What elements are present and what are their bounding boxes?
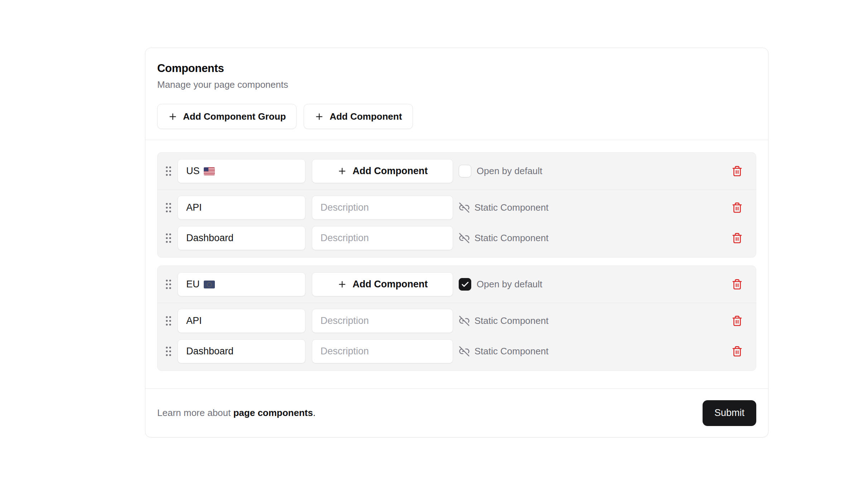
drag-handle-icon[interactable] xyxy=(165,233,172,244)
components-card: Components Manage your page components A… xyxy=(145,48,768,437)
link-off-icon xyxy=(459,202,470,213)
component-name-input[interactable] xyxy=(178,196,305,220)
component-group-rows: Static Component Static Component xyxy=(158,303,756,370)
group-name-value: US xyxy=(186,166,200,177)
component-row: Static Component xyxy=(165,196,749,220)
delete-component-button[interactable] xyxy=(729,231,744,246)
delete-component-button[interactable] xyxy=(729,314,744,329)
group-name-input[interactable]: EU xyxy=(178,272,305,296)
drag-handle-icon[interactable] xyxy=(165,346,172,357)
page-subtitle: Manage your page components xyxy=(157,78,756,91)
drag-handle-icon[interactable] xyxy=(165,166,172,177)
us-flag-icon xyxy=(204,167,215,175)
component-description-input[interactable] xyxy=(312,226,453,250)
static-component-label: Static Component xyxy=(474,202,549,213)
delete-group-button[interactable] xyxy=(729,164,744,179)
component-group: EU Add Component Open by default xyxy=(157,265,756,371)
drag-handle-icon[interactable] xyxy=(165,279,172,290)
trash-icon xyxy=(732,346,743,357)
add-component-group-label: Add Component Group xyxy=(183,111,286,122)
learn-more-text: Learn more about page components. xyxy=(157,407,315,418)
group-add-component-button[interactable]: Add Component xyxy=(312,159,453,183)
component-name-input[interactable] xyxy=(178,339,305,363)
component-group: US Add Component Open by default xyxy=(157,152,756,258)
plus-icon xyxy=(337,279,347,289)
component-description-input[interactable] xyxy=(312,196,453,220)
component-name-input[interactable] xyxy=(178,309,305,333)
component-row: Static Component xyxy=(165,339,749,363)
trash-icon xyxy=(732,166,743,177)
add-component-label: Add Component xyxy=(329,111,402,122)
page: { "card": { "title": "Components", "subt… xyxy=(0,0,868,488)
delete-component-button[interactable] xyxy=(729,200,744,215)
card-header: Components Manage your page components A… xyxy=(145,48,768,140)
component-groups-list: US Add Component Open by default xyxy=(145,140,768,388)
trash-icon xyxy=(732,233,743,244)
check-icon xyxy=(461,280,469,289)
static-component-label: Static Component xyxy=(474,346,549,357)
trash-icon xyxy=(732,202,743,213)
component-description-input[interactable] xyxy=(312,309,453,333)
static-component-indicator: Static Component xyxy=(459,233,549,244)
link-off-icon xyxy=(459,346,470,357)
drag-handle-icon[interactable] xyxy=(165,315,172,326)
component-row: Static Component xyxy=(165,309,749,333)
component-group-rows: Static Component Static Component xyxy=(158,190,756,257)
link-off-icon xyxy=(459,233,470,244)
eu-flag-icon xyxy=(204,281,215,288)
link-off-icon xyxy=(459,315,470,326)
page-title: Components xyxy=(157,62,756,75)
delete-group-button[interactable] xyxy=(729,277,744,292)
static-component-label: Static Component xyxy=(474,233,549,244)
group-add-component-label: Add Component xyxy=(353,166,428,177)
page-components-link[interactable]: page components xyxy=(233,407,313,418)
plus-icon xyxy=(314,112,324,121)
static-component-indicator: Static Component xyxy=(459,202,549,213)
static-component-label: Static Component xyxy=(474,315,549,326)
delete-component-button[interactable] xyxy=(729,344,744,359)
header-actions: Add Component Group Add Component xyxy=(157,104,756,129)
open-by-default-checkbox[interactable] xyxy=(459,165,471,177)
plus-icon xyxy=(168,112,178,121)
trash-icon xyxy=(732,279,743,290)
learn-more-suffix: . xyxy=(313,407,315,418)
group-name-value: EU xyxy=(186,279,200,290)
component-group-header: EU Add Component Open by default xyxy=(158,266,756,303)
component-description-input[interactable] xyxy=(312,339,453,363)
open-by-default-label: Open by default xyxy=(477,166,542,177)
drag-handle-icon[interactable] xyxy=(165,202,172,213)
submit-button[interactable]: Submit xyxy=(703,400,756,426)
component-name-input[interactable] xyxy=(178,226,305,250)
card-footer: Learn more about page components. Submit xyxy=(145,388,768,437)
component-row: Static Component xyxy=(165,226,749,250)
group-name-input[interactable]: US xyxy=(178,159,305,183)
group-add-component-label: Add Component xyxy=(353,279,428,290)
group-add-component-button[interactable]: Add Component xyxy=(312,272,453,296)
add-component-button[interactable]: Add Component xyxy=(304,104,413,129)
learn-more-prefix: Learn more about xyxy=(157,407,233,418)
static-component-indicator: Static Component xyxy=(459,346,549,357)
static-component-indicator: Static Component xyxy=(459,315,549,326)
open-by-default-label: Open by default xyxy=(477,279,542,290)
add-component-group-button[interactable]: Add Component Group xyxy=(157,104,296,129)
trash-icon xyxy=(732,315,743,326)
open-by-default-checkbox[interactable] xyxy=(459,278,471,291)
component-group-header: US Add Component Open by default xyxy=(158,153,756,190)
plus-icon xyxy=(337,166,347,176)
